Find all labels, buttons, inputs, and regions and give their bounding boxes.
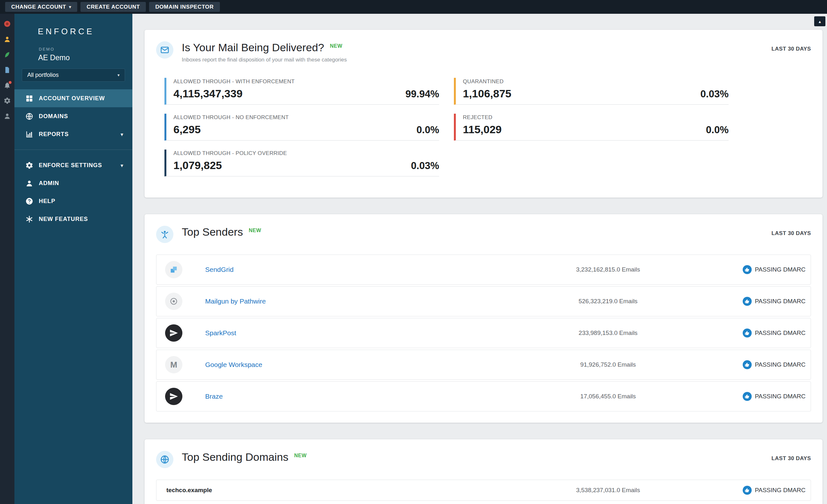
menu-divider [14,150,132,150]
domain-inspector-button[interactable]: DOMAIN INSPECTOR [149,2,220,12]
delivery-stats: ALLOWED THROUGH - WITH ENFORCEMENT 4,115… [164,78,729,185]
passing-dmarc-icon [743,297,752,306]
top-domains-list: techco.example 3,538,237,031.0 Emails PA… [156,480,811,504]
profile-person-icon[interactable] [4,112,11,120]
top-senders-header: Top Senders NEW LAST 30 DAYS [156,226,811,243]
sender-email-count: 3,232,162,815.0 Emails [544,266,672,273]
dmarc-status-badge: PASSING DMARC [743,486,806,495]
passing-dmarc-icon [743,392,752,401]
dmarc-status-badge: PASSING DMARC [743,297,806,306]
sidebar-item-enforce-settings[interactable]: ENFORCE SETTINGS ▾ [14,156,132,174]
sidebar-item-help[interactable]: HELP [14,192,132,210]
braze-logo-icon [165,388,182,405]
sender-link[interactable]: Google Workspace [205,361,544,369]
dmarc-status-label: PASSING DMARC [755,361,806,368]
sidebar-item-domains[interactable]: DOMAINS [14,107,132,125]
app-switcher-rail [0,14,14,504]
settings-gear-icon[interactable] [4,97,11,104]
dmarc-status-label: PASSING DMARC [755,393,806,400]
delivery-stats-right: QUARANTINED 1,106,875 0.03% REJECTED 115… [454,78,729,150]
dmarc-status-label: PASSING DMARC [755,487,806,494]
stat-allowed-with-enforcement: ALLOWED THROUGH - WITH ENFORCEMENT 4,115… [164,78,439,105]
collapse-topbar-button[interactable]: ▴ [814,16,825,26]
document-icon[interactable] [4,66,11,74]
stat-value: 4,115,347,339 [174,88,243,100]
notifications-bell-icon[interactable] [4,81,11,89]
stat-label: QUARANTINED [463,78,729,85]
domain-name: techco.example [166,487,544,494]
envelope-icon [156,41,174,59]
sidebar-item-reports[interactable]: REPORTS ▾ [14,125,132,143]
enforce-logo: ENFORCE [38,26,132,37]
sidebar-menu: ACCOUNT OVERVIEW DOMAINS REPORTS ▾ [14,89,132,228]
stat-percent: 0.0% [706,124,729,136]
dmarc-status-badge: PASSING DMARC [743,392,806,401]
sidebar-item-new-features[interactable]: NEW FEATURES [14,210,132,228]
change-account-button[interactable]: CHANGE ACCOUNT ▾ [5,2,77,12]
trust-leaf-icon[interactable] [4,51,11,58]
delivery-card: Is Your Mail Being Delivered? NEW Inboxe… [145,30,823,198]
sender-row: M Google Workspace 91,926,752.0 Emails P… [156,350,811,380]
sender-row: SendGrid 3,232,162,815.0 Emails PASSING … [156,255,811,285]
stat-quarantined: QUARANTINED 1,106,875 0.03% [454,78,729,105]
brand-logo-icon[interactable] [4,20,11,27]
topbar: CHANGE ACCOUNT ▾ CREATE ACCOUNT DOMAIN I… [0,0,827,14]
delivery-card-titles: Is Your Mail Being Delivered? NEW Inboxe… [182,41,772,63]
demo-badge: DEMO [39,47,132,52]
period-label: LAST 30 DAYS [772,46,811,52]
main-content: ▴ Is Your Mail Being Delivered? NEW Inbo… [132,14,827,504]
dmarc-status-badge: PASSING DMARC [743,329,806,337]
create-account-button[interactable]: CREATE ACCOUNT [81,2,146,12]
sender-link[interactable]: SparkPost [205,329,544,337]
dmarc-status-badge: PASSING DMARC [743,265,806,274]
sparkle-asterisk-icon [25,215,33,223]
period-label: LAST 30 DAYS [772,230,811,237]
sidebar-item-label: DOMAINS [39,113,68,120]
passing-dmarc-icon [743,360,752,369]
sidebar-item-admin[interactable]: ADMIN [14,174,132,192]
stat-label: ALLOWED THROUGH - POLICY OVERRIDE [174,150,439,157]
top-senders-list: SendGrid 3,232,162,815.0 Emails PASSING … [156,255,811,411]
sender-email-count: 233,989,153.0 Emails [544,330,672,337]
sender-link[interactable]: SendGrid [205,266,544,273]
stat-value: 115,029 [463,123,502,136]
new-badge: NEW [294,453,307,458]
dmarc-status-label: PASSING DMARC [755,266,806,273]
sender-email-count: 526,323,219.0 Emails [544,298,672,305]
sender-link[interactable]: Braze [205,393,544,400]
stat-allowed-no-enforcement: ALLOWED THROUGH - NO ENFORCEMENT 6,295 0… [164,114,439,141]
dmarc-status-label: PASSING DMARC [755,330,806,337]
passing-dmarc-icon [743,486,752,495]
stat-value: 6,295 [174,123,201,136]
dmarc-status-badge: PASSING DMARC [743,360,806,369]
globe-icon [156,451,174,468]
dmarc-status-label: PASSING DMARC [755,298,806,305]
account-name: AE Demo [38,53,132,62]
change-account-label: CHANGE ACCOUNT [11,4,66,10]
delivery-card-title: Is Your Mail Being Delivered? [182,41,324,54]
passing-dmarc-icon [743,329,752,337]
chevron-down-icon: ▾ [121,163,124,168]
mailgun-logo-icon [165,293,182,310]
sidebar-item-label: NEW FEATURES [39,216,88,223]
sidebar-item-account-overview[interactable]: ACCOUNT OVERVIEW [14,89,132,107]
gear-icon [25,161,33,169]
delivery-card-subtitle: Inboxes report the final disposition of … [182,57,772,63]
stat-label: ALLOWED THROUGH - NO ENFORCEMENT [174,114,439,121]
sender-person-icon [156,226,174,243]
domain-email-count: 3,538,237,031.0 Emails [544,487,672,494]
portfolio-select[interactable]: All portfolios ▾ [22,68,125,81]
delivery-card-header: Is Your Mail Being Delivered? NEW Inboxe… [156,41,811,63]
sparkpost-logo-icon [165,324,182,342]
top-domains-title: Top Sending Domains [182,451,289,463]
delivery-stats-left: ALLOWED THROUGH - WITH ENFORCEMENT 4,115… [164,78,439,185]
top-domains-header: Top Sending Domains NEW LAST 30 DAYS [156,451,811,468]
stat-percent: 99.94% [405,89,439,100]
sender-link[interactable]: Mailgun by Pathwire [205,297,544,305]
sender-email-count: 17,056,455.0 Emails [544,393,672,400]
stat-rejected: REJECTED 115,029 0.0% [454,114,729,141]
user-avatar-icon[interactable] [4,36,11,43]
sidebar-item-label: HELP [39,198,55,205]
app-shell: ENFORCE DEMO AE Demo All portfolios ▾ AC… [0,14,827,504]
stat-value: 1,106,875 [463,88,511,100]
